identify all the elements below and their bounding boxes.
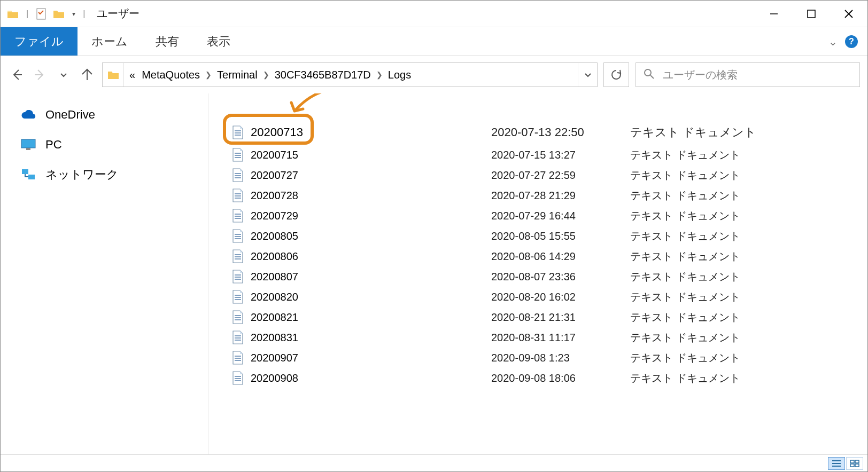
- file-type: テキスト ドキュメント: [630, 168, 740, 183]
- help-icon[interactable]: ?: [845, 35, 858, 48]
- file-name: 20200806: [251, 250, 491, 263]
- text-document-icon: [230, 125, 245, 140]
- file-type: テキスト ドキュメント: [630, 371, 740, 386]
- sidebar-item-label: PC: [45, 138, 62, 152]
- file-date: 2020-07-13 22:50: [491, 125, 630, 139]
- sidebar-item-label: OneDrive: [45, 108, 95, 122]
- file-name: 20200805: [251, 230, 491, 242]
- qat-dropdown-icon[interactable]: ▾: [72, 10, 75, 18]
- svg-rect-0: [37, 9, 45, 19]
- address-dropdown-icon[interactable]: [578, 63, 597, 86]
- sidebar-item-network[interactable]: ネットワーク: [1, 160, 208, 190]
- breadcrumb-item[interactable]: MetaQuotes: [142, 69, 200, 81]
- nav-forward-button[interactable]: [32, 66, 49, 83]
- file-row[interactable]: 202009072020-09-08 1:23テキスト ドキュメント: [230, 348, 867, 368]
- breadcrumb-chevron-icon[interactable]: ❯: [376, 70, 383, 79]
- text-document-icon: [230, 310, 245, 325]
- file-row[interactable]: 202008072020-08-07 23:36テキスト ドキュメント: [230, 266, 867, 287]
- file-type: テキスト ドキュメント: [630, 310, 740, 325]
- file-row[interactable]: 202008202020-08-20 16:02テキスト ドキュメント: [230, 287, 867, 307]
- ribbon-tab-share-label: 共有: [156, 34, 179, 50]
- breadcrumb-chevron-icon[interactable]: ❯: [205, 70, 212, 79]
- refresh-button[interactable]: [603, 62, 629, 87]
- breadcrumb-item[interactable]: Logs: [388, 69, 411, 81]
- ribbon-tab-file-label: ファイル: [14, 34, 64, 50]
- nav-back-button[interactable]: [8, 66, 25, 83]
- address-bar[interactable]: « MetaQuotes ❯ Terminal ❯ 30CF3465B87D17…: [102, 62, 598, 87]
- file-type: テキスト ドキュメント: [630, 270, 740, 284]
- search-input[interactable]: [662, 68, 852, 82]
- file-date: 2020-08-07 23:36: [491, 271, 630, 283]
- properties-icon[interactable]: [36, 8, 48, 20]
- svg-point-8: [645, 69, 651, 76]
- file-date: 2020-07-27 22:59: [491, 169, 630, 182]
- ribbon-tab-share[interactable]: 共有: [142, 27, 193, 56]
- svg-rect-56: [850, 460, 854, 463]
- close-button[interactable]: [830, 1, 867, 27]
- text-document-icon: [230, 269, 245, 284]
- file-date: 2020-08-21 21:31: [491, 311, 630, 324]
- nav-history-dropdown[interactable]: [55, 66, 72, 83]
- sidebar-item-onedrive[interactable]: OneDrive: [1, 100, 208, 130]
- file-name: 20200729: [251, 210, 491, 222]
- text-document-icon: [230, 371, 245, 386]
- file-row[interactable]: 202007292020-07-29 16:44テキスト ドキュメント: [230, 206, 867, 226]
- new-folder-icon[interactable]: [53, 8, 65, 20]
- file-date: 2020-08-31 11:17: [491, 332, 630, 344]
- text-document-icon: [230, 249, 245, 264]
- file-date: 2020-09-08 18:06: [491, 372, 630, 384]
- address-folder-icon: [103, 63, 124, 86]
- file-type: テキスト ドキュメント: [630, 331, 740, 345]
- sidebar: OneDrive PC ネットワーク: [1, 93, 209, 454]
- details-view-button[interactable]: [828, 457, 845, 470]
- maximize-button[interactable]: [793, 1, 830, 27]
- file-row[interactable]: 202008052020-08-05 15:55テキスト ドキュメント: [230, 226, 867, 246]
- file-date: 2020-07-28 21:29: [491, 190, 630, 202]
- file-row[interactable]: 202008062020-08-06 14:29テキスト ドキュメント: [230, 246, 867, 266]
- text-document-icon: [230, 330, 245, 345]
- text-document-icon: [230, 229, 245, 243]
- network-icon: [21, 167, 36, 182]
- file-name: 20200820: [251, 291, 491, 303]
- file-row[interactable]: 202007282020-07-28 21:29テキスト ドキュメント: [230, 185, 867, 206]
- file-type: テキスト ドキュメント: [630, 124, 756, 140]
- breadcrumb-chevron-icon[interactable]: ❯: [263, 70, 269, 79]
- file-row[interactable]: 202007272020-07-27 22:59テキスト ドキュメント: [230, 165, 867, 185]
- file-row[interactable]: 202009082020-09-08 18:06テキスト ドキュメント: [230, 368, 867, 388]
- ribbon-tab-home-label: ホーム: [91, 34, 128, 50]
- text-document-icon: [230, 350, 245, 365]
- file-row[interactable]: 202007132020-07-13 22:50テキスト ドキュメント: [230, 120, 867, 145]
- ribbon-tab-home[interactable]: ホーム: [78, 27, 142, 56]
- file-date: 2020-07-15 13:27: [491, 149, 630, 161]
- file-type: テキスト ドキュメント: [630, 290, 740, 304]
- breadcrumb: « MetaQuotes ❯ Terminal ❯ 30CF3465B87D17…: [124, 69, 578, 81]
- svg-line-9: [650, 75, 654, 78]
- statusbar: [1, 454, 867, 471]
- file-date: 2020-08-20 16:02: [491, 291, 630, 303]
- file-row[interactable]: 202007152020-07-15 13:27テキスト ドキュメント: [230, 145, 867, 165]
- ribbon-collapse-icon[interactable]: ⌄: [828, 35, 838, 48]
- svg-rect-2: [808, 10, 815, 18]
- text-document-icon: [230, 168, 245, 183]
- breadcrumb-lead-chevron[interactable]: «: [129, 69, 135, 81]
- thumbnails-view-button[interactable]: [846, 457, 863, 470]
- breadcrumb-item[interactable]: Terminal: [217, 69, 258, 81]
- file-name: 20200907: [251, 352, 491, 364]
- text-document-icon: [230, 188, 245, 203]
- text-document-icon: [230, 147, 245, 162]
- svg-rect-59: [855, 464, 859, 467]
- file-row[interactable]: 202008312020-08-31 11:17テキスト ドキュメント: [230, 327, 867, 348]
- highlight-arrow: [284, 93, 348, 119]
- ribbon-tab-file[interactable]: ファイル: [1, 27, 78, 56]
- breadcrumb-item[interactable]: 30CF3465B87D17D: [275, 69, 371, 81]
- pc-icon: [21, 137, 36, 152]
- file-name: 20200831: [251, 332, 491, 344]
- file-name: 20200807: [251, 271, 491, 283]
- file-date: 2020-08-05 15:55: [491, 230, 630, 242]
- sidebar-item-pc[interactable]: PC: [1, 130, 208, 160]
- search-box[interactable]: [636, 62, 860, 87]
- minimize-button[interactable]: [755, 1, 793, 27]
- ribbon-tab-view[interactable]: 表示: [193, 27, 244, 56]
- file-row[interactable]: 202008212020-08-21 21:31テキスト ドキュメント: [230, 307, 867, 327]
- nav-up-button[interactable]: [79, 66, 96, 83]
